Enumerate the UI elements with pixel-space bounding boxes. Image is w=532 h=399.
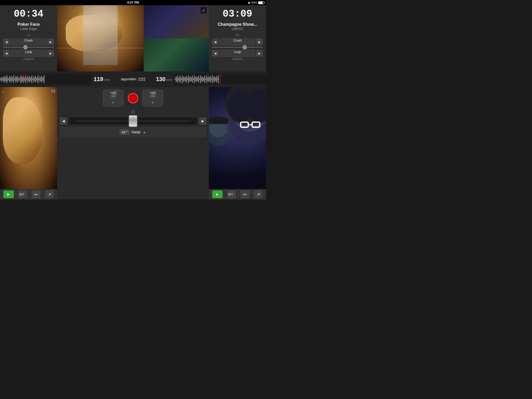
svg-rect-9 <box>7 77 8 82</box>
svg-rect-6 <box>5 76 5 83</box>
svg-rect-42 <box>36 78 37 81</box>
gear-button[interactable]: ⚙ <box>131 109 135 115</box>
svg-rect-81 <box>198 76 199 83</box>
deck-left-fx-prev[interactable]: ◀ <box>3 38 10 45</box>
deck-right-loop-control: ◀ Loop ▶ <box>212 50 263 57</box>
svg-rect-21 <box>18 78 18 81</box>
mix-button-right[interactable]: ↗ <box>254 190 263 198</box>
svg-rect-78 <box>196 76 196 82</box>
deck-right-loop-next[interactable]: ▶ <box>256 50 263 57</box>
svg-rect-80 <box>198 77 198 82</box>
deck-right-timer: 03:09 <box>223 8 252 19</box>
svg-rect-98 <box>213 77 214 81</box>
svg-rect-5 <box>4 77 4 81</box>
deck-left-fx-slider[interactable] <box>3 47 54 48</box>
crossfader-track[interactable] <box>69 117 197 125</box>
svg-rect-7 <box>6 78 6 81</box>
deck-right-loop-name: Loop <box>220 50 255 57</box>
media-button-left[interactable]: 🎬♪ <box>103 90 124 107</box>
play-indicator: ▶ <box>248 1 250 4</box>
expand-button[interactable]: ⤢ <box>201 7 207 14</box>
media-button-right[interactable]: 🎬♪ <box>142 90 163 107</box>
main-container: 00:34 Poker Face Lady Gaga FX ◀ Crush ▶ … <box>0 5 266 200</box>
rewind-button-right[interactable]: ↩ <box>241 190 249 198</box>
svg-rect-47 <box>41 77 41 81</box>
video-lady-gaga <box>57 5 144 71</box>
svg-rect-20 <box>17 76 17 83</box>
svg-rect-14 <box>12 78 12 81</box>
svg-rect-28 <box>24 78 24 81</box>
svg-rect-82 <box>200 78 200 80</box>
svg-rect-93 <box>209 78 209 81</box>
set-button-left[interactable]: SET <box>18 190 27 198</box>
rewind-button-left[interactable]: ↩ <box>32 190 41 198</box>
svg-rect-67 <box>186 76 187 83</box>
waveform-section: 119 BPM algoriddim 130 BPM <box>0 71 266 87</box>
media-left-icon: 🎬♪ <box>110 91 117 105</box>
battery-percent: 80% <box>251 1 257 4</box>
svg-rect-96 <box>211 78 212 80</box>
svg-rect-105 <box>220 74 221 84</box>
svg-rect-13 <box>11 76 11 83</box>
algo-grid <box>138 78 145 81</box>
algo-text: algo <box>121 77 127 81</box>
svg-rect-40 <box>34 77 35 81</box>
svg-rect-37 <box>32 75 32 83</box>
center-controls: 🎬♪ 🎬♪ ⚙ ◀ ▶ AB <box>57 87 209 200</box>
svg-rect-1 <box>1 78 1 81</box>
svg-rect-70 <box>189 77 189 81</box>
play-button-left[interactable]: ▶ <box>3 190 14 198</box>
svg-rect-100 <box>215 78 216 81</box>
record-button[interactable] <box>128 93 138 103</box>
svg-rect-3 <box>2 78 3 80</box>
deck-right-fx-prev[interactable]: ◀ <box>212 38 219 45</box>
svg-rect-74 <box>192 76 193 83</box>
turntable-right: 🎞 <box>209 87 266 200</box>
svg-rect-16 <box>14 75 14 83</box>
svg-rect-29 <box>25 77 25 82</box>
deck-right-fx-slider[interactable] <box>212 47 263 48</box>
svg-rect-90 <box>206 75 207 83</box>
mix-button-left[interactable]: ↗ <box>45 190 54 198</box>
bpm-right: 130 BPM <box>154 76 175 83</box>
video-right-grid <box>144 5 209 71</box>
svg-rect-76 <box>194 75 195 83</box>
video-main <box>57 5 209 71</box>
svg-rect-26 <box>22 77 23 81</box>
svg-rect-58 <box>178 78 179 81</box>
video-left-frame <box>57 5 144 71</box>
video-divider <box>57 48 144 48</box>
deck-left-loop-prev[interactable]: ◀ <box>3 50 10 57</box>
set-button-right[interactable]: SET <box>227 190 236 198</box>
play-button-right[interactable]: ▶ <box>212 190 223 198</box>
deck-left-track: Poker Face <box>17 22 39 27</box>
deck-left: 00:34 Poker Face Lady Gaga FX ◀ Crush ▶ … <box>0 5 57 71</box>
svg-rect-32 <box>28 76 28 82</box>
svg-rect-34 <box>29 76 30 83</box>
deck-right-loop-prev[interactable]: ◀ <box>212 50 219 57</box>
crossfader-thumb[interactable] <box>129 115 137 127</box>
waveform-right[interactable] <box>175 74 266 84</box>
deck-right-fx-next[interactable]: ▶ <box>256 38 263 45</box>
svg-rect-44 <box>38 75 38 83</box>
deck-left-fx-name: Crush <box>11 38 46 45</box>
svg-rect-43 <box>37 77 37 82</box>
crossfader-left-arrow[interactable]: ◀ <box>60 117 67 125</box>
deck-left-timer: 00:34 <box>14 8 43 19</box>
deck-right-beats: 2 BEATS <box>212 58 263 61</box>
svg-rect-101 <box>216 77 216 82</box>
deck-left-fx-next[interactable]: ▶ <box>47 38 54 45</box>
svg-rect-50 <box>43 77 44 82</box>
algo-logo: algoriddim <box>121 77 145 81</box>
top-section: 00:34 Poker Face Lady Gaga FX ◀ Crush ▶ … <box>0 5 266 71</box>
media-right-icon: 🎬♪ <box>149 91 156 105</box>
crossfader-right-arrow[interactable]: ▶ <box>199 117 206 125</box>
waveform-left[interactable] <box>0 74 91 84</box>
svg-rect-54 <box>175 78 176 80</box>
svg-rect-118 <box>209 118 228 124</box>
svg-rect-103 <box>218 78 218 80</box>
svg-rect-30 <box>26 75 26 83</box>
deck-left-loop-next[interactable]: ▶ <box>47 50 54 57</box>
svg-rect-11 <box>9 76 10 82</box>
video-grid-top <box>144 5 209 38</box>
